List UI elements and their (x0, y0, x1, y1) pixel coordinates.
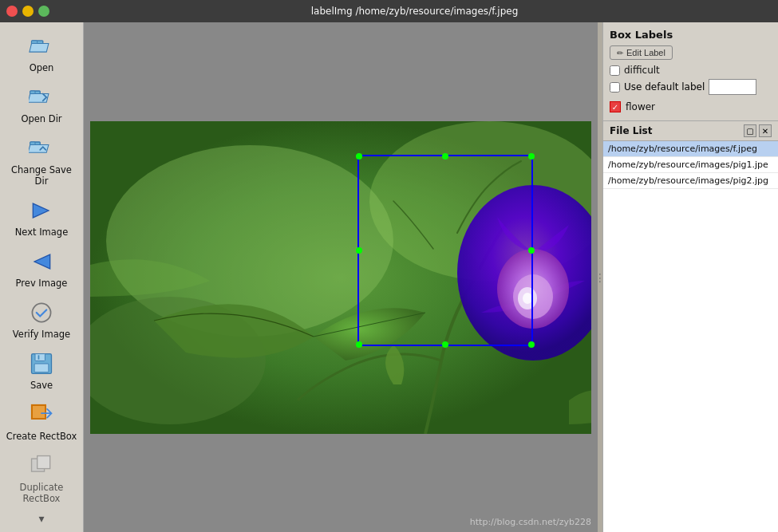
save-label: Save (30, 380, 53, 391)
edit-label-text: Edit Label (626, 48, 665, 57)
prev-image-icon (26, 247, 57, 276)
file-list-close-button[interactable]: ✕ (759, 124, 772, 137)
difficult-row: difficult (610, 65, 772, 76)
file-list-expand-button[interactable]: ▢ (744, 124, 756, 137)
sidebar: Open Open Dir (0, 22, 84, 532)
scroll-down-indicator: ▾ (35, 509, 47, 528)
svg-rect-12 (38, 355, 40, 359)
flower-label-text: flower (626, 101, 655, 112)
watermark: http://blog.csdn.net/zyb228 (470, 517, 591, 527)
file-list-items: /home/zyb/resource/images/f.jpeg /home/z… (603, 141, 778, 532)
svg-rect-5 (30, 142, 35, 145)
file-list-controls: ▢ ✕ (744, 124, 772, 137)
svg-rect-11 (34, 364, 49, 372)
svg-marker-6 (33, 203, 49, 218)
file-list-header: File List ▢ ✕ (603, 121, 778, 141)
open-icon (26, 32, 57, 61)
svg-rect-13 (32, 405, 46, 420)
right-panel: Box Labels ✏ Edit Label difficult Use de… (602, 22, 778, 532)
sidebar-item-duplicate-rectbox[interactable]: Duplicate RectBox (0, 447, 83, 509)
open-label: Open (30, 62, 54, 73)
svg-marker-7 (34, 254, 50, 269)
resize-handle[interactable] (598, 22, 602, 532)
open-dir-label: Open Dir (21, 113, 61, 124)
next-image-icon (26, 196, 57, 225)
create-rectbox-icon (26, 400, 57, 429)
file-item-1[interactable]: /home/zyb/resource/images/pig1.jpe (603, 157, 778, 173)
use-default-label-row: Use default label (610, 79, 772, 95)
file-list-title: File List (610, 125, 652, 136)
minimize-button[interactable] (22, 6, 34, 17)
duplicate-rectbox-icon (26, 451, 57, 480)
sidebar-item-change-save-dir[interactable]: Change Save Dir (0, 129, 83, 191)
window-controls (6, 6, 49, 17)
file-list-section: File List ▢ ✕ /home/zyb/resource/images/… (603, 121, 778, 532)
sidebar-item-next-image[interactable]: Next Image (0, 191, 83, 242)
titlebar: labelImg /home/zyb/resource/images/f.jpe… (0, 0, 778, 22)
flower-checkbox-colored[interactable] (610, 101, 621, 112)
svg-rect-16 (38, 456, 50, 469)
use-default-label-checkbox[interactable] (610, 82, 620, 93)
change-save-dir-icon (26, 134, 57, 163)
sidebar-item-prev-image[interactable]: Prev Image (0, 242, 83, 294)
difficult-checkbox[interactable] (610, 65, 620, 76)
use-default-label-text: Use default label (624, 81, 705, 93)
sidebar-item-open-dir[interactable]: Open Dir (0, 78, 83, 129)
open-dir-icon (26, 83, 57, 112)
verify-image-label: Verify Image (13, 329, 70, 340)
sidebar-item-open[interactable]: Open (0, 27, 83, 78)
edit-icon: ✏ (617, 49, 623, 57)
svg-point-25 (523, 293, 532, 304)
svg-rect-1 (32, 41, 38, 44)
box-labels-section: Box Labels ✏ Edit Label difficult Use de… (603, 22, 778, 121)
verify-image-icon (26, 298, 57, 327)
sidebar-item-save[interactable]: Save (0, 345, 83, 396)
duplicate-rectbox-label: Duplicate RectBox (3, 482, 80, 504)
image-container[interactable] (90, 121, 591, 434)
prev-image-label: Prev Image (16, 278, 68, 289)
label-item-flower[interactable]: flower (610, 100, 772, 114)
close-button[interactable] (6, 6, 18, 17)
create-rectbox-label: Create RectBox (6, 431, 77, 442)
canvas-area[interactable]: http://blog.csdn.net/zyb228 (84, 22, 598, 532)
svg-rect-3 (30, 91, 35, 94)
box-labels-title: Box Labels (610, 29, 772, 41)
default-label-input[interactable] (709, 79, 756, 95)
file-item-2[interactable]: /home/zyb/resource/images/pig2.jpg (603, 173, 778, 189)
main-image (90, 121, 591, 434)
maximize-button[interactable] (38, 6, 49, 17)
sidebar-item-create-rectbox[interactable]: Create RectBox (0, 396, 83, 447)
edit-label-button[interactable]: ✏ Edit Label (610, 45, 673, 60)
file-item-0[interactable]: /home/zyb/resource/images/f.jpeg (603, 141, 778, 157)
svg-point-8 (32, 303, 50, 321)
next-image-label: Next Image (15, 227, 68, 238)
save-icon (26, 349, 57, 378)
main-layout: Open Open Dir (0, 22, 778, 532)
sidebar-item-verify-image[interactable]: Verify Image (0, 294, 83, 345)
svg-rect-10 (35, 354, 45, 361)
change-save-dir-label: Change Save Dir (3, 164, 80, 187)
difficult-label: difficult (624, 65, 660, 76)
window-title: labelImg /home/zyb/resource/images/f.jpe… (57, 6, 772, 17)
